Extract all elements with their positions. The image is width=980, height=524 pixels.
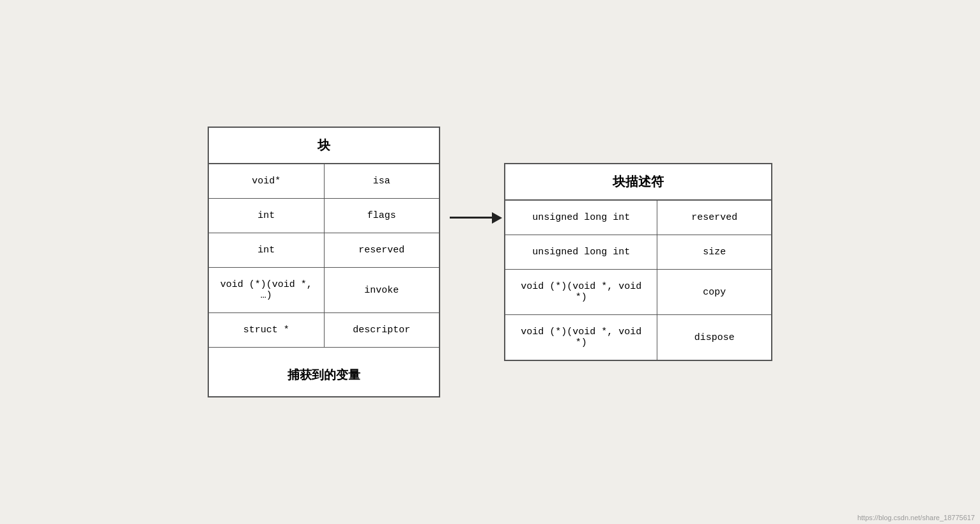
block-field-flags: flags <box>325 199 440 233</box>
block-field-reserved: reserved <box>325 233 440 267</box>
desc-type-copy: void (*)(void *, void *) <box>505 270 657 314</box>
table-row: void (*)(void *, void *) copy <box>505 270 771 315</box>
block-type-invoke: void (*)(void *, …) <box>209 268 325 312</box>
diagram-container: 块 void* isa int flags int reserved void … <box>195 114 785 410</box>
block-type-void-star: void* <box>209 164 325 198</box>
table-row: void* isa <box>209 164 439 199</box>
descriptor-arrow <box>450 217 494 219</box>
table-row: void (*)(void *, void *) dispose <box>505 315 771 360</box>
desc-field-size: size <box>657 235 771 269</box>
descriptor-table: 块描述符 unsigned long int reserved unsigned… <box>504 163 772 361</box>
block-type-int-flags: int <box>209 199 325 233</box>
block-table: 块 void* isa int flags int reserved void … <box>208 127 440 397</box>
captured-vars-label: 捕获到的变量 <box>209 348 439 396</box>
table-row: int reserved <box>209 233 439 268</box>
block-type-descriptor: struct * <box>209 313 325 347</box>
table-row: struct * descriptor <box>209 313 439 348</box>
desc-field-dispose: dispose <box>657 315 771 360</box>
block-field-invoke: invoke <box>325 268 440 312</box>
descriptor-table-title: 块描述符 <box>505 164 771 201</box>
table-row: unsigned long int reserved <box>505 201 771 235</box>
block-table-title: 块 <box>209 128 439 164</box>
table-row: int flags <box>209 199 439 233</box>
table-row: void (*)(void *, …) invoke <box>209 268 439 313</box>
desc-type-size: unsigned long int <box>505 235 657 269</box>
desc-type-reserved: unsigned long int <box>505 201 657 235</box>
block-type-int-reserved: int <box>209 233 325 267</box>
block-field-isa: isa <box>325 164 440 198</box>
desc-type-dispose: void (*)(void *, void *) <box>505 315 657 360</box>
desc-field-copy: copy <box>657 270 771 314</box>
watermark-label: https://blog.csdn.net/share_18775617 <box>857 514 975 521</box>
desc-field-reserved: reserved <box>657 201 771 235</box>
arrow-wrapper <box>440 217 504 219</box>
block-field-descriptor: descriptor <box>325 313 440 347</box>
table-row: unsigned long int size <box>505 235 771 270</box>
